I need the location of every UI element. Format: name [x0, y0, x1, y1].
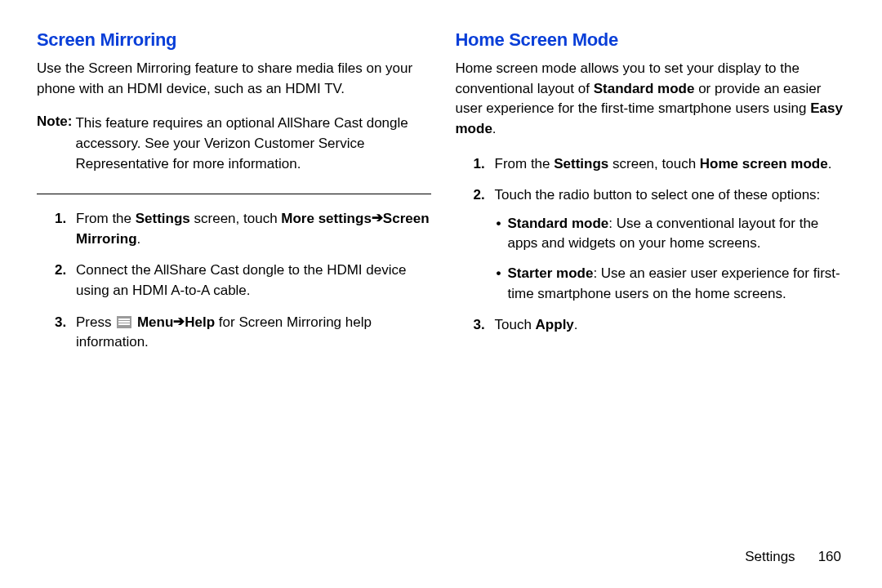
step-2: Connect the AllShare Cast dongle to the … [76, 261, 431, 301]
intro-text: Home screen mode allows you to set your … [456, 59, 850, 140]
step-3: Press Menu ➔ Help for Screen Mirroring h… [76, 313, 431, 353]
step-3: Touch Apply. [495, 315, 850, 336]
arrow-icon: ➔ [173, 312, 185, 332]
steps-left: From the Settings screen, touch More set… [37, 209, 431, 353]
heading-screen-mirroring: Screen Mirroring [37, 29, 431, 51]
option-starter: Starter mode: Use an easier user experie… [508, 264, 850, 304]
menu-icon [117, 316, 131, 328]
right-column: Home Screen Mode Home screen mode allows… [456, 29, 850, 364]
note-label: Note: [37, 114, 75, 174]
option-standard: Standard mode: Use a conventional layout… [508, 214, 850, 254]
left-column: Screen Mirroring Use the Screen Mirrorin… [37, 29, 431, 364]
step-2: Touch the radio button to select one of … [495, 185, 850, 304]
heading-home-screen-mode: Home Screen Mode [456, 29, 850, 51]
steps-right: From the Settings screen, touch Home scr… [456, 154, 850, 336]
note-body: This feature requires an optional AllSha… [75, 114, 430, 174]
options-list: Standard mode: Use a conventional layout… [495, 214, 850, 305]
step-1: From the Settings screen, touch More set… [76, 209, 431, 249]
arrow-icon: ➔ [372, 208, 383, 229]
note-block: Note: This feature requires an optional … [37, 114, 431, 174]
footer-section: Settings [745, 549, 795, 564]
step-1: From the Settings screen, touch Home scr… [495, 154, 850, 175]
divider [37, 194, 431, 194]
page-footer: Settings160 [745, 549, 841, 565]
intro-text: Use the Screen Mirroring feature to shar… [37, 59, 431, 99]
footer-page-number: 160 [818, 549, 841, 564]
